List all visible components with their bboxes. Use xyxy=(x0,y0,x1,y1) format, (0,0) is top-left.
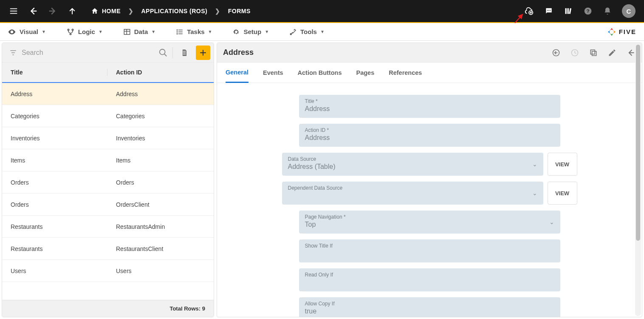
cell-action-id: Orders xyxy=(107,179,214,186)
svg-rect-47 xyxy=(590,50,595,54)
svg-point-11 xyxy=(547,10,548,11)
menu-visual[interactable]: Visual▼ xyxy=(8,28,46,36)
branch-icon xyxy=(66,28,75,36)
menu-logic[interactable]: Logic▼ xyxy=(66,28,103,36)
history-icon[interactable] xyxy=(570,48,580,58)
list-row[interactable]: CategoriesCategories xyxy=(2,105,214,127)
search-input[interactable] xyxy=(22,49,154,57)
caret-down-icon: ▼ xyxy=(320,29,325,34)
document-button[interactable] xyxy=(177,46,192,60)
list-header: Title Action ID xyxy=(2,63,214,83)
breadcrumb-forms[interactable]: FORMS xyxy=(228,8,251,14)
form-row: Title *Address xyxy=(299,95,560,118)
list-row[interactable]: RestaurantsRestaurantsAdmin xyxy=(2,216,214,238)
field-action-id[interactable]: Action ID *Address xyxy=(299,124,560,147)
svg-line-40 xyxy=(164,54,167,56)
view-button[interactable]: VIEW xyxy=(548,182,577,205)
filter-icon[interactable] xyxy=(9,48,17,57)
column-title[interactable]: Title xyxy=(2,69,107,76)
list-row[interactable]: OrdersOrdersClient xyxy=(2,194,214,216)
avatar[interactable]: C xyxy=(622,4,636,18)
field-value: Top xyxy=(305,221,554,229)
cell-title: Items xyxy=(2,157,107,164)
cell-title: Inventories xyxy=(2,135,107,142)
svg-marker-33 xyxy=(607,30,610,33)
form-row: Show Title If xyxy=(299,239,560,262)
tab-events[interactable]: Events xyxy=(263,63,283,82)
menu-tasks[interactable]: Tasks▼ xyxy=(176,28,212,36)
menu-icon[interactable] xyxy=(8,6,19,16)
svg-point-28 xyxy=(177,29,178,30)
breadcrumb-applications[interactable]: APPLICATIONS (ROS) xyxy=(141,8,208,14)
field-label: Action ID * xyxy=(305,127,554,133)
cell-action-id: RestaurantsClient xyxy=(107,245,214,252)
cell-action-id: Address xyxy=(107,91,214,97)
cell-title: Categories xyxy=(2,113,107,120)
form-body: Title *AddressAction ID *AddressData Sou… xyxy=(217,83,642,317)
field-show-title-if[interactable]: Show Title If xyxy=(299,239,560,262)
left-panel: Title Action ID AddressAddressCategories… xyxy=(2,43,214,317)
field-title[interactable]: Title *Address xyxy=(299,95,560,118)
help-icon[interactable]: ? xyxy=(583,6,593,16)
svg-text:?: ? xyxy=(586,8,589,14)
wrench-icon xyxy=(289,28,297,36)
cell-action-id: RestaurantsAdmin xyxy=(107,223,214,230)
topbar-right: ? C xyxy=(524,4,636,18)
list-row[interactable]: OrdersOrders xyxy=(2,171,214,194)
detail-header: Address xyxy=(217,43,642,63)
panel-back-icon[interactable] xyxy=(626,48,636,58)
nav-forward-icon xyxy=(48,6,58,16)
logo-text: FIVE xyxy=(619,28,636,35)
field-page-navigation[interactable]: Page Navigation *Top⌄ xyxy=(299,211,560,234)
search-icon[interactable] xyxy=(158,48,168,58)
cell-action-id: Users xyxy=(107,268,214,274)
chevron-right-icon: ❯ xyxy=(215,8,220,14)
menu-data[interactable]: Data▼ xyxy=(123,28,155,36)
cell-title: Restaurants xyxy=(2,245,107,252)
field-value: Address (Table) xyxy=(288,163,537,171)
library-icon[interactable] xyxy=(563,6,573,16)
edit-icon[interactable] xyxy=(607,48,617,58)
column-action-id[interactable]: Action ID xyxy=(107,69,214,76)
table-icon xyxy=(123,28,131,36)
list-row[interactable]: UsersUsers xyxy=(2,260,214,282)
field-dependent-data-source[interactable]: Dependent Data Source⌄ xyxy=(282,182,543,205)
form-row: Page Navigation *Top⌄ xyxy=(299,211,560,234)
field-value: Address xyxy=(305,134,554,142)
nav-back-icon[interactable] xyxy=(28,6,38,16)
menu-setup[interactable]: Setup▼ xyxy=(232,28,269,36)
list-row[interactable]: ItemsItems xyxy=(2,149,214,171)
tab-references[interactable]: References xyxy=(389,63,422,82)
bell-icon[interactable] xyxy=(602,6,613,16)
nav-up-icon[interactable] xyxy=(67,6,77,16)
scrollbar[interactable] xyxy=(635,44,641,316)
field-value: Address xyxy=(305,105,554,114)
list-row[interactable]: InventoriesInventories xyxy=(2,127,214,149)
copy-icon[interactable] xyxy=(588,48,599,58)
cloud-deploy-icon[interactable] xyxy=(524,6,534,16)
form-row: Data SourceAddress (Table)⌄VIEW xyxy=(282,153,577,176)
add-button[interactable] xyxy=(196,46,210,60)
breadcrumb-label: APPLICATIONS (ROS) xyxy=(141,8,208,14)
chat-icon[interactable] xyxy=(544,6,554,16)
tab-pages[interactable]: Pages xyxy=(356,63,374,82)
field-label: Page Navigation * xyxy=(305,214,554,220)
menu-label: Visual xyxy=(20,28,38,35)
back-circle-icon[interactable] xyxy=(551,48,561,58)
list-row[interactable]: AddressAddress xyxy=(2,83,214,105)
tab-general[interactable]: General xyxy=(226,63,249,83)
logo-icon xyxy=(607,27,616,37)
scroll-thumb[interactable] xyxy=(636,45,640,241)
tab-action-buttons[interactable]: Action Buttons xyxy=(298,63,342,82)
svg-point-12 xyxy=(548,10,549,11)
breadcrumb-home[interactable]: HOME xyxy=(91,7,121,15)
field-allow-copy-if[interactable]: Allow Copy Iftrue xyxy=(299,297,560,317)
field-read-only-if[interactable]: Read Only If xyxy=(299,268,560,291)
list-row[interactable]: RestaurantsRestaurantsClient xyxy=(2,238,214,260)
menu-tools[interactable]: Tools▼ xyxy=(289,28,325,36)
chevron-down-icon: ⌄ xyxy=(532,190,537,197)
field-data-source[interactable]: Data SourceAddress (Table)⌄ xyxy=(282,153,543,176)
breadcrumb: HOME ❯ APPLICATIONS (ROS) ❯ FORMS xyxy=(91,7,251,15)
list-footer: Total Rows: 9 xyxy=(2,300,214,317)
view-button[interactable]: VIEW xyxy=(548,153,577,176)
